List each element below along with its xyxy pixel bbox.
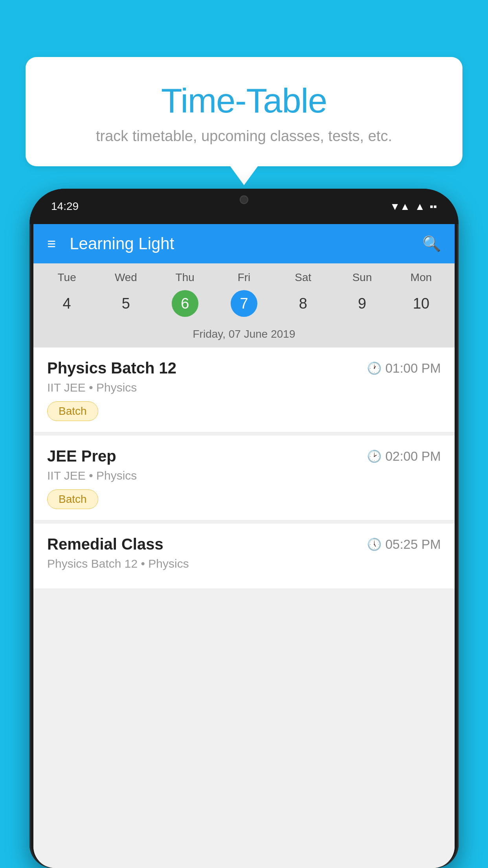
day-headers: Tue Wed Thu Fri Sat Sun Mon (33, 271, 455, 287)
item-2-header: JEE Prep 🕑 02:00 PM (47, 447, 441, 465)
item-1-subtitle: IIT JEE • Physics (47, 381, 441, 394)
app-title: Learning Light (70, 234, 422, 253)
signal-icon: ▲ (415, 200, 425, 213)
wifi-icon: ▼▲ (390, 200, 410, 213)
day-fri: Fri (215, 271, 273, 287)
item-1-title: Physics Batch 12 (47, 359, 176, 377)
schedule-list: Physics Batch 12 🕐 01:00 PM IIT JEE • Ph… (33, 348, 455, 868)
item-3-subtitle: Physics Batch 12 • Physics (47, 557, 441, 570)
phone-bezel: 14:29 ▼▲ ▲ ▪▪ (29, 189, 459, 224)
item-2-time-value: 02:00 PM (385, 449, 441, 464)
item-2-time: 🕑 02:00 PM (367, 449, 441, 464)
phone-notch (216, 189, 272, 210)
item-1-time-value: 01:00 PM (385, 361, 441, 376)
camera (240, 195, 248, 204)
item-1-tag: Batch (47, 401, 98, 421)
menu-icon[interactable]: ≡ (47, 236, 56, 251)
item-2-tag: Batch (47, 489, 98, 509)
speech-bubble: Time-Table track timetable, upcoming cla… (26, 57, 462, 166)
item-1-time: 🕐 01:00 PM (367, 361, 441, 376)
date-6-today[interactable]: 6 (172, 290, 198, 317)
date-7-selected[interactable]: 7 (231, 290, 257, 317)
phone-screen: ≡ Learning Light 🔍 Tue Wed Thu Fri Sat S… (33, 224, 455, 868)
clock-icon-1: 🕐 (367, 361, 382, 375)
app-bar: ≡ Learning Light 🔍 (33, 224, 455, 263)
item-3-time-value: 05:25 PM (385, 537, 441, 552)
day-sun: Sun (332, 271, 391, 287)
item-2-title: JEE Prep (47, 447, 116, 465)
item-3-title: Remedial Class (47, 535, 163, 553)
date-9[interactable]: 9 (349, 290, 376, 317)
phone-frame: 14:29 ▼▲ ▲ ▪▪ ≡ Learning Light 🔍 Tue Wed… (29, 189, 459, 868)
schedule-item-1[interactable]: Physics Batch 12 🕐 01:00 PM IIT JEE • Ph… (33, 348, 455, 432)
search-icon[interactable]: 🔍 (422, 235, 441, 252)
date-10[interactable]: 10 (408, 290, 435, 317)
date-4[interactable]: 4 (53, 290, 80, 317)
bubble-title: Time-Table (57, 81, 431, 121)
day-dates: 4 5 6 7 8 9 10 (33, 287, 455, 323)
speech-bubble-section: Time-Table track timetable, upcoming cla… (26, 57, 462, 166)
day-mon: Mon (392, 271, 451, 287)
date-5[interactable]: 5 (112, 290, 139, 317)
day-tue: Tue (37, 271, 96, 287)
clock-icon-3: 🕔 (367, 537, 382, 551)
schedule-item-3[interactable]: Remedial Class 🕔 05:25 PM Physics Batch … (33, 524, 455, 589)
selected-date-label: Friday, 07 June 2019 (33, 323, 455, 348)
item-1-header: Physics Batch 12 🕐 01:00 PM (47, 359, 441, 377)
item-3-header: Remedial Class 🕔 05:25 PM (47, 535, 441, 553)
bubble-subtitle: track timetable, upcoming classes, tests… (57, 128, 431, 145)
day-wed: Wed (96, 271, 155, 287)
day-sat: Sat (273, 271, 332, 287)
item-2-subtitle: IIT JEE • Physics (47, 469, 441, 482)
schedule-item-2[interactable]: JEE Prep 🕑 02:00 PM IIT JEE • Physics Ba… (33, 436, 455, 520)
date-8[interactable]: 8 (290, 290, 316, 317)
item-3-time: 🕔 05:25 PM (367, 537, 441, 552)
calendar-section: Tue Wed Thu Fri Sat Sun Mon 4 5 6 7 8 9 … (33, 263, 455, 348)
status-time: 14:29 (51, 200, 79, 213)
battery-icon: ▪▪ (430, 200, 437, 213)
day-thu: Thu (156, 271, 215, 287)
clock-icon-2: 🕑 (367, 449, 382, 463)
status-icons: ▼▲ ▲ ▪▪ (390, 200, 437, 213)
